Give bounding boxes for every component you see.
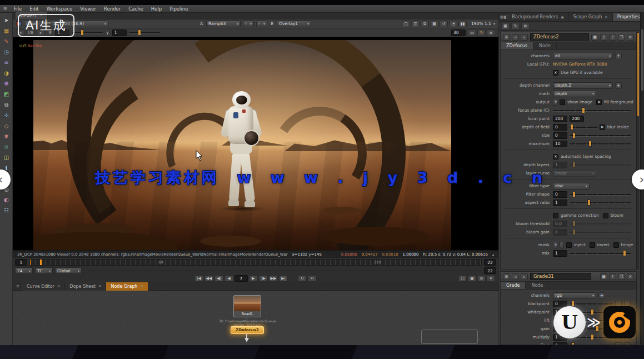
particles-nodes-icon[interactable]: ✱ (0, 131, 13, 142)
node-graph[interactable]: Read1 3D_FinalImageMovieRenderQueue rend… (13, 291, 498, 345)
next-node-icon[interactable]: ▹ (521, 273, 528, 280)
node-color-swatch[interactable]: ▦ (591, 34, 598, 41)
tab-dope-sheet[interactable]: Dope Sheet✕ (65, 282, 106, 291)
slider-thumb[interactable] (573, 192, 575, 197)
tab-background-renders[interactable]: Background Renders◉ (507, 13, 569, 21)
play-button[interactable]: ▶ (249, 275, 258, 282)
slider-thumb[interactable] (591, 310, 593, 315)
edit-properties-icon[interactable]: ✎ (511, 23, 520, 29)
inputs-badge[interactable]: 2 (600, 34, 607, 41)
menu-pipeline[interactable]: Pipeline (166, 5, 192, 13)
in-point-icon[interactable]: ▢ (458, 275, 467, 282)
depth-layers-slider[interactable] (570, 162, 631, 168)
add-channel-button[interactable]: + (598, 292, 605, 299)
range-end-field[interactable]: 22 (484, 259, 496, 266)
close-tab-icon[interactable]: ✕ (140, 284, 143, 288)
lock-range-icon[interactable]: ⊘ (477, 275, 486, 282)
viewer-image-area[interactable]: LUT: Rec709 (13, 37, 498, 250)
help-icon[interactable]: ? (609, 34, 616, 41)
scrollbar-thumb[interactable] (641, 29, 643, 91)
split-pane-icon[interactable]: ◧ (504, 15, 508, 19)
output-dropdown[interactable]: result▾ (553, 99, 557, 106)
b-input-dropdown[interactable]: Overlay1▾ (277, 21, 311, 27)
draw-nodes-icon[interactable]: ✎ (0, 36, 13, 47)
playhead[interactable] (40, 260, 42, 265)
show-image-checkbox[interactable] (560, 99, 565, 105)
slider-thumb[interactable] (573, 133, 575, 138)
zoom-caret-icon[interactable]: ▾ (493, 22, 495, 26)
step-forward-button[interactable]: |▶ (259, 275, 268, 282)
tab-node-graph[interactable]: Node Graph✕ (106, 282, 148, 291)
wipe-dropdown-2[interactable]: -▾ (256, 21, 267, 27)
script-editor-icon[interactable]: ☷ (0, 205, 13, 216)
depth-of-field-field[interactable]: 0 (553, 124, 567, 131)
mix-field[interactable]: 1 (553, 250, 567, 257)
tab-node[interactable]: Node (526, 282, 549, 289)
checkerboard-icon[interactable]: ▦ (430, 21, 438, 27)
range-mode-dropdown[interactable]: Global▾ (55, 267, 82, 274)
float-panel-icon[interactable]: ❐ (618, 34, 625, 41)
fringe-checkbox[interactable] (613, 242, 619, 248)
close-panel-icon[interactable]: ✕ (627, 273, 634, 280)
views-nodes-icon[interactable]: ◫ (0, 152, 13, 163)
bloom-gain-field[interactable]: 0 (553, 229, 567, 236)
deep-nodes-icon[interactable]: ≋ (0, 142, 13, 152)
focal-point-x-field[interactable]: 200 (553, 116, 567, 122)
a-input-dropdown[interactable]: Ramp63▾ (206, 21, 241, 27)
slider-thumb[interactable] (573, 162, 575, 167)
mask-dropdown[interactable]: none▾ (553, 242, 557, 248)
focal-point-y-field[interactable]: 200 (570, 116, 584, 122)
maximum-slider[interactable] (570, 141, 631, 147)
step-back-button[interactable]: ◀| (214, 275, 223, 282)
slider-thumb[interactable] (573, 230, 575, 235)
properties-scrollbar[interactable] (636, 32, 639, 270)
play-fast-button[interactable]: ▶▶ (269, 275, 278, 282)
bloom-threshold-slider[interactable] (570, 221, 631, 227)
gain-slider[interactable] (72, 30, 103, 36)
wipe-mode-icon[interactable]: ◫ (411, 21, 420, 27)
tab-grade[interactable]: Grade (501, 282, 526, 289)
close-all-panels-icon[interactable]: ⊗ (521, 23, 530, 29)
annotate-icon[interactable]: ✎ (477, 29, 486, 36)
slider-thumb[interactable] (623, 251, 626, 256)
menu-render[interactable]: Render (100, 5, 124, 13)
composite-mode-icon[interactable]: ▢ (402, 21, 410, 27)
pane-menu-icon[interactable]: ▤ (500, 15, 504, 19)
slider-thumb[interactable] (591, 335, 593, 340)
frame-increment-field[interactable]: 30 (451, 29, 466, 36)
close-tab-icon[interactable]: ✕ (57, 284, 60, 288)
slider-thumb[interactable] (572, 301, 574, 306)
out-point-icon[interactable]: ▣ (468, 275, 476, 282)
maximum-field[interactable]: 10 (553, 141, 567, 147)
current-frame-field[interactable]: 7 (234, 275, 248, 282)
cursor-tool-icon[interactable]: ➤ (0, 15, 13, 26)
prev-node-icon[interactable]: ◃ (512, 273, 519, 280)
slider-thumb[interactable] (138, 30, 141, 35)
fill-foreground-checkbox[interactable]: ✕ (596, 99, 602, 105)
depth-channel-dropdown[interactable]: depth.Z▾ (553, 82, 613, 89)
filter-shape-slider[interactable] (570, 191, 631, 197)
mask-channel-dropdown[interactable]: ▾ (560, 242, 564, 248)
menu-help[interactable]: Help (147, 5, 166, 13)
timeline-ruler[interactable]: 60110 (29, 259, 482, 266)
filter-shape-field[interactable]: 0 (553, 191, 567, 198)
color-nodes-icon[interactable]: ◑ (0, 68, 13, 78)
aspect-ratio-field[interactable]: 1 (553, 200, 567, 206)
menu-file[interactable]: File (10, 5, 26, 13)
zoom-level[interactable]: 190% 1:1 (471, 21, 491, 26)
menu-viewer[interactable]: Viewer (76, 5, 100, 13)
keyer-nodes-icon[interactable]: ◩ (0, 89, 13, 99)
scrollbar-thumb[interactable] (637, 33, 639, 116)
bounce-mode-button[interactable]: ↔ (308, 275, 317, 282)
image-nodes-icon[interactable]: ▦ (0, 26, 13, 36)
slider-thumb[interactable] (573, 221, 575, 226)
blackpoint-slider[interactable] (570, 301, 613, 307)
node-zdefocus2[interactable]: ZDefocus2 (231, 326, 264, 334)
time-nodes-icon[interactable]: ◷ (0, 47, 13, 57)
pause-icon[interactable]: ▮▮ (458, 21, 467, 27)
refresh-icon[interactable]: ↺ (440, 21, 448, 27)
tab-properties[interactable]: Properties (613, 13, 644, 21)
playback-end-field[interactable]: 22 (484, 267, 496, 274)
merge-nodes-icon[interactable]: ⧉ (0, 99, 13, 110)
node-name-field[interactable]: ZDefocus2 (530, 33, 589, 41)
